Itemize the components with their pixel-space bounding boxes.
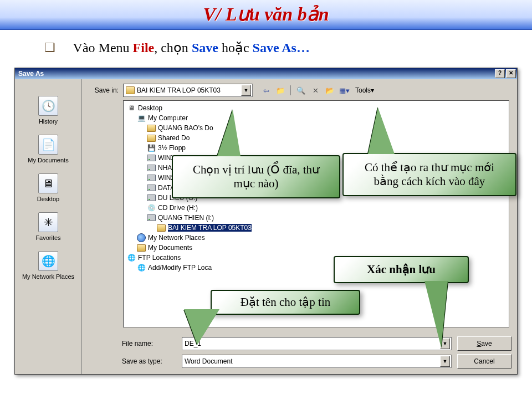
- tree-icon: 💿: [147, 204, 156, 212]
- help-button[interactable]: ?: [495, 69, 505, 78]
- banner-title: V/ Lưu văn bản: [0, 0, 532, 29]
- tree-item[interactable]: 💾3½ Flopp: [125, 143, 508, 153]
- save-type-label: Save as type:: [88, 357, 182, 365]
- tools-menu[interactable]: Tools ▾: [353, 85, 376, 96]
- tree-icon: [147, 174, 156, 182]
- tree-item[interactable]: Shared Do: [125, 133, 508, 143]
- sidebar-label: History: [15, 118, 81, 125]
- tree-label: My Documents: [148, 244, 192, 252]
- callout-new-folder: Có thể tạo ra thư mục mới bằng cách kích…: [342, 153, 516, 196]
- tree-item[interactable]: QUANG THIEN (I:): [125, 213, 508, 223]
- tree-item[interactable]: 🖥Desktop: [125, 103, 508, 113]
- new-folder-icon[interactable]: 📂: [324, 85, 335, 96]
- tree-icon: [147, 184, 156, 192]
- cancel-button[interactable]: Cancel: [457, 354, 511, 369]
- dialog-toolbar: ⇦ 📁 🔍 ✕ 📂 ▦▾ Tools ▾: [260, 85, 376, 96]
- bullet-icon: ❑: [44, 40, 55, 54]
- sidebar-item[interactable]: 🌐My Network Places: [15, 251, 81, 280]
- sidebar-item[interactable]: 🖥Desktop: [15, 173, 81, 202]
- folder-icon: [126, 86, 135, 94]
- chevron-down-icon[interactable]: ▼: [241, 85, 251, 96]
- tree-label: FTP Locations: [138, 254, 181, 262]
- tree-label: Desktop: [138, 104, 162, 112]
- tree-item[interactable]: 💻My Computer: [125, 113, 508, 123]
- save-in-value: BAI KIEM TRA LOP 05KT03: [137, 86, 221, 94]
- tree-label: Shared Do: [158, 134, 190, 142]
- tree-label: BAI KIEM TRA LOP 05KT03: [168, 224, 252, 232]
- tree-label: QUANG BAO's Do: [158, 124, 213, 132]
- tree-icon: [147, 154, 156, 162]
- callout-confirm-save: Xác nhận lưu: [334, 256, 469, 283]
- sidebar-icon: 📄: [38, 135, 58, 155]
- save-button[interactable]: Save: [457, 336, 511, 351]
- tree-icon: [137, 244, 146, 252]
- tree-icon: 💻: [137, 114, 146, 122]
- up-folder-icon[interactable]: 📁: [275, 85, 286, 96]
- tree-icon: 🌐: [127, 254, 136, 262]
- tree-icon: 💾: [147, 144, 156, 152]
- tree-item[interactable]: My Documents: [125, 243, 508, 253]
- sidebar-icon: ✳: [38, 212, 58, 232]
- dialog-titlebar: Save As ? ✕: [15, 68, 517, 79]
- tree-label: CD Drive (H:): [158, 204, 198, 212]
- delete-icon[interactable]: ✕: [310, 85, 321, 96]
- close-button[interactable]: ✕: [506, 69, 516, 78]
- tree-item[interactable]: QUANG BAO's Do: [125, 123, 508, 133]
- tree-icon: [147, 134, 156, 142]
- tree-item[interactable]: My Network Places: [125, 233, 508, 243]
- tree-icon: [157, 224, 166, 232]
- tree-label: 3½ Flopp: [158, 144, 186, 152]
- sidebar-label: My Documents: [15, 157, 81, 163]
- sidebar-icon: 🖥: [38, 173, 58, 193]
- views-icon[interactable]: ▦▾: [339, 85, 350, 96]
- file-name-label: File name:: [88, 340, 182, 347]
- chevron-down-icon[interactable]: ▼: [440, 356, 450, 367]
- sidebar-icon: 🌐: [38, 251, 58, 271]
- callout-save-location: Chọn vị trí lưu (Ổ đĩa, thư mục nào): [172, 155, 340, 198]
- tree-icon: [147, 194, 156, 202]
- search-web-icon[interactable]: 🔍: [295, 85, 306, 96]
- places-sidebar: 🕓History📄My Documents🖥Desktop✳Favorites🌐…: [15, 79, 82, 374]
- dialog-title: Save As: [16, 70, 494, 78]
- tree-label: My Computer: [148, 114, 188, 122]
- tree-icon: 🌐: [137, 264, 146, 272]
- sidebar-label: Favorites: [15, 234, 81, 241]
- tree-icon: [137, 234, 146, 242]
- sidebar-label: Desktop: [15, 196, 81, 202]
- tree-icon: [147, 164, 156, 172]
- save-type-value: Word Document: [185, 357, 232, 365]
- sidebar-item[interactable]: ✳Favorites: [15, 212, 81, 241]
- sidebar-item[interactable]: 🕓History: [15, 96, 81, 125]
- tree-item[interactable]: 💿CD Drive (H:): [125, 203, 508, 213]
- save-in-label: Save in:: [88, 86, 119, 94]
- tree-item[interactable]: BAI KIEM TRA LOP 05KT03: [125, 223, 508, 233]
- sidebar-label: My Network Places: [15, 273, 81, 280]
- lesson-banner: V/ Lưu văn bản: [0, 0, 532, 30]
- tree-label: Add/Modify FTP Loca: [148, 264, 212, 272]
- tree-label: My Network Places: [148, 234, 205, 242]
- callout-file-name: Đặt tên cho tập tin: [211, 290, 360, 315]
- instruction-line: ❑ Vào Menu File, chọn Save hoặc Save As…: [0, 30, 532, 65]
- save-in-combo[interactable]: BAI KIEM TRA LOP 05KT03 ▼: [123, 84, 253, 97]
- save-type-combo[interactable]: Word Document ▼: [182, 355, 452, 368]
- tree-label: QUANG THIEN (I:): [158, 214, 214, 222]
- tree-icon: 🖥: [127, 104, 136, 112]
- tree-icon: [147, 124, 156, 132]
- sidebar-item[interactable]: 📄My Documents: [15, 135, 81, 163]
- sidebar-icon: 🕓: [38, 96, 58, 116]
- file-name-input[interactable]: DE_1 ▼: [182, 337, 452, 350]
- tree-icon: [147, 214, 156, 222]
- back-icon[interactable]: ⇦: [260, 85, 272, 96]
